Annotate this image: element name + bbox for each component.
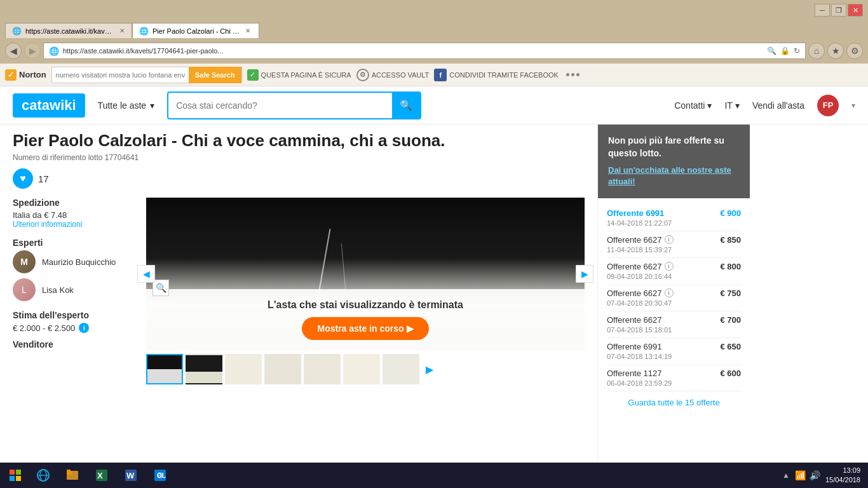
bid-info-icon-2[interactable]: i: [665, 262, 674, 271]
svg-text:W: W: [126, 471, 135, 480]
right-panel: Non puoi più fare offerte su questo lott…: [597, 125, 750, 463]
bid-info-icon-3[interactable]: i: [665, 288, 674, 297]
bid-info-icon-1[interactable]: i: [665, 235, 674, 244]
forward-button[interactable]: ▶: [24, 43, 41, 59]
venditore-label: Venditore: [13, 339, 140, 349]
tab-1[interactable]: 🌐 https://aste.catawiki.it/kavels/177046…: [5, 23, 132, 38]
prev-image-button[interactable]: ◀: [137, 265, 155, 283]
show-auctions-button[interactable]: Mostra aste in corso ▶: [302, 317, 428, 340]
taskbar: X W OL ▲ 📶 🔊 13:09 15/04/2018: [0, 463, 868, 488]
bid-item-1: Offerente 6627 i € 850 11-04-2018 15:39:…: [607, 231, 741, 258]
taskbar-right: ▲ 📶 🔊 13:09 15/04/2018: [782, 466, 865, 485]
ref-number: Numero di riferimento lotto 17704641: [13, 153, 585, 162]
thumbnail-5[interactable]: [304, 354, 341, 384]
bid-amount-2: € 800: [720, 262, 741, 271]
minimize-button[interactable]: ─: [815, 4, 830, 17]
titlebar-buttons: ─ ❐ ✕: [815, 4, 863, 17]
taskbar-word-app[interactable]: W: [117, 464, 145, 487]
thumbnail-3[interactable]: [225, 354, 262, 384]
svg-rect-5: [67, 470, 71, 471]
bid-amount-1: € 850: [720, 235, 741, 245]
image-section: Spedizione Italia da € 7.48 Ulteriori in…: [13, 198, 585, 384]
contatti-link[interactable]: Contatti ▾: [674, 100, 712, 111]
taskbar-outlook-app[interactable]: OL: [146, 464, 174, 487]
auction-ended-text: L'asta che stai visualizzando è terminat…: [156, 299, 574, 311]
header-search[interactable]: 🔍: [167, 92, 421, 119]
bid-item-6: Offerente 1127 € 600 06-04-2018 23:59:29: [607, 365, 741, 391]
bidder-name-1: Offerente 6627: [607, 235, 662, 245]
search-input[interactable]: [168, 95, 392, 116]
bid-date-4: 07-04-2018 15:18:01: [607, 326, 741, 334]
svg-text:OL: OL: [157, 472, 166, 479]
stima-label: Stima dell'esperto: [13, 310, 140, 320]
view-all-bids-link[interactable]: Guarda tutte le 15 offerte: [607, 391, 741, 414]
close-button[interactable]: ✕: [848, 4, 863, 17]
vault-label: ACCESSO VAULT: [372, 71, 430, 79]
facebook-icon: f: [434, 69, 447, 81]
chevron-down-icon-4[interactable]: ▾: [851, 101, 855, 110]
secure-check-icon: ✓: [247, 69, 259, 81]
search-button[interactable]: 🔍: [392, 93, 420, 118]
thumbnail-4[interactable]: [264, 354, 301, 384]
norton-search-input[interactable]: [52, 71, 189, 79]
bid-amount-3: € 750: [720, 288, 741, 298]
date-display: 15/04/2018: [825, 475, 860, 485]
network-icon: 📶: [795, 470, 806, 480]
next-image-button[interactable]: ▶: [576, 265, 593, 283]
start-button[interactable]: [3, 464, 28, 487]
language-selector[interactable]: IT ▾: [724, 100, 739, 111]
restore-button[interactable]: ❐: [831, 4, 846, 17]
main-page: catawiki Tutte le aste ▾ 🔍 Contatti ▾ IT…: [0, 86, 868, 463]
bid-date-2: 09-04-2018 20:16:44: [607, 273, 741, 280]
content-area: Pier Paolo Calzolari - Chi a voce cammin…: [0, 125, 868, 463]
thumbnail-6[interactable]: [343, 354, 380, 384]
thumbnail-2[interactable]: [186, 354, 222, 384]
expert-1-name: Maurizio Buquicchio: [42, 257, 116, 267]
tab-1-close[interactable]: ✕: [119, 27, 125, 36]
safe-search-button[interactable]: Safe Search: [189, 67, 241, 83]
bid-item-0: Offerente 6991 € 900 14-04-2018 21:22:07: [607, 205, 741, 231]
norton-check-icon: ✓: [5, 69, 17, 81]
home-button[interactable]: ⌂: [808, 43, 825, 59]
more-options-button[interactable]: [564, 71, 582, 79]
tab-2-close[interactable]: ✕: [244, 27, 252, 36]
taskbar-explorer-app[interactable]: [58, 464, 86, 487]
time-display: 13:09: [825, 466, 860, 475]
view-auctions-link[interactable]: Dai un'occhiata alle nostre aste attuali…: [608, 165, 740, 187]
settings-button[interactable]: ⚙: [846, 43, 863, 59]
spedizione-label: Spedizione: [13, 198, 140, 208]
address-text[interactable]: https://aste.catawiki.it/kavels/17704641…: [63, 47, 763, 55]
norton-secure-badge: ✓ QUESTA PAGINA È SICURA: [247, 69, 351, 81]
lock-icon: 🌐: [49, 46, 59, 56]
image-container: ◀ L'asta che stai visualizzando è termin…: [146, 198, 585, 350]
address-bar: 🌐 https://aste.catawiki.it/kavels/177046…: [43, 43, 806, 59]
bid-date-5: 07-04-2018 13:14:19: [607, 353, 741, 360]
bids-list: Offerente 6991 € 900 14-04-2018 21:22:07…: [598, 198, 750, 420]
back-button[interactable]: ◀: [5, 43, 22, 59]
expert-2-item: L Lisa Kok: [13, 278, 140, 301]
browser-nav: ◀ ▶ 🌐 https://aste.catawiki.it/kavels/17…: [0, 38, 868, 64]
facebook-share-section[interactable]: f CONDIVIDI TRAMITE FACEBOOK: [434, 69, 559, 81]
thumbnails: ▶: [146, 354, 585, 384]
expert-2-avatar: L: [13, 278, 36, 301]
header-nav-all-auctions[interactable]: Tutte le aste ▾: [98, 100, 155, 111]
like-button[interactable]: ♥: [13, 168, 33, 189]
volume-icon: 🔊: [810, 470, 820, 480]
taskbar-excel-app[interactable]: X: [88, 464, 116, 487]
vault-section[interactable]: ⚙ ACCESSO VAULT: [356, 69, 430, 81]
thumbnail-1[interactable]: [146, 354, 183, 384]
sell-link[interactable]: Vendi all'asta: [752, 100, 804, 111]
ulteriori-link[interactable]: Ulteriori informazioni: [13, 220, 140, 229]
bidder-name-0: Offerente 6991: [607, 208, 664, 218]
norton-search-bar[interactable]: Safe Search: [51, 67, 242, 83]
system-tray-arrow[interactable]: ▲: [782, 471, 790, 480]
favorites-button[interactable]: ★: [827, 43, 844, 59]
thumbnails-next-button[interactable]: ▶: [422, 362, 437, 377]
taskbar-ie-app[interactable]: [29, 464, 57, 487]
user-avatar[interactable]: FP: [817, 95, 839, 116]
thumbnail-7[interactable]: [383, 354, 419, 384]
stima-info-icon[interactable]: i: [79, 323, 89, 333]
catawiki-logo[interactable]: catawiki: [13, 93, 85, 118]
refresh-icon[interactable]: ↻: [794, 46, 800, 55]
tab-2[interactable]: 🌐 Pier Paolo Calzolari - Chi ti ... ✕: [132, 23, 259, 38]
